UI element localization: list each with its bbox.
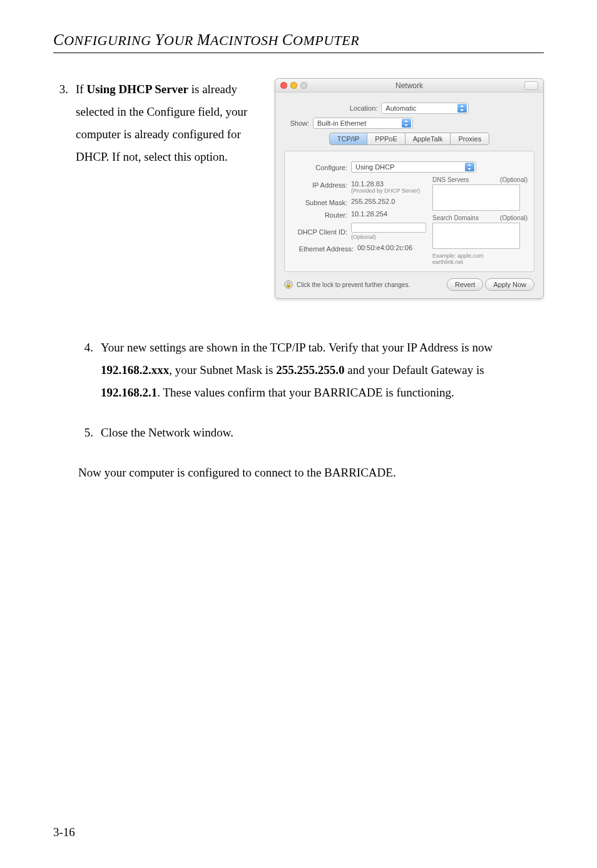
search-domains-label: Search Domains bbox=[432, 214, 479, 221]
show-select[interactable]: Built-in Ethernet bbox=[313, 118, 413, 129]
dns-label: DNS Servers bbox=[432, 176, 469, 183]
final-paragraph: Now your computer is configured to conne… bbox=[78, 462, 544, 484]
router-label: Router: bbox=[291, 210, 347, 219]
tab-proxies[interactable]: Proxies bbox=[450, 133, 489, 145]
tab-bar: TCP/IP PPPoE AppleTalk Proxies bbox=[284, 133, 534, 145]
lock-text: Click the lock to prevent further change… bbox=[297, 281, 410, 288]
show-label: Show: bbox=[284, 119, 309, 127]
lock-icon bbox=[284, 280, 293, 289]
dns-servers-input[interactable] bbox=[432, 184, 520, 211]
heading-text: ONFIGURING bbox=[64, 33, 151, 48]
ethernet-label: Ethernet Address: bbox=[291, 244, 354, 253]
tab-tcpip[interactable]: TCP/IP bbox=[329, 133, 367, 145]
subnet-label: Subnet Mask: bbox=[291, 198, 347, 206]
chevron-down-icon bbox=[402, 119, 411, 128]
dhcp-client-input[interactable] bbox=[351, 223, 426, 233]
network-window: Network Location: Automatic Show: Built-… bbox=[275, 78, 544, 299]
page-heading: CONFIGURING YOUR MACINTOSH COMPUTER bbox=[53, 31, 544, 53]
location-select[interactable]: Automatic bbox=[381, 103, 469, 114]
toolbar-button[interactable] bbox=[524, 81, 538, 90]
ip-value: 10.1.28.83 (Provided by DHCP Server) bbox=[351, 180, 420, 194]
dhcp-client-label: DHCP Client ID: bbox=[291, 227, 347, 236]
step-4-body: Your new settings are shown in the TCP/I… bbox=[101, 336, 544, 404]
lock-row[interactable]: Click the lock to prevent further change… bbox=[284, 280, 410, 289]
page-number: 3-16 bbox=[53, 825, 75, 839]
optional-label: (Optional) bbox=[500, 176, 528, 183]
router-value: 10.1.28.254 bbox=[351, 210, 387, 218]
location-label: Location: bbox=[350, 104, 378, 112]
zoom-icon[interactable] bbox=[300, 82, 307, 89]
configure-label: Configure: bbox=[291, 163, 347, 171]
window-title: Network bbox=[280, 81, 538, 90]
example-text: Example: apple.com earthlink.net bbox=[432, 253, 528, 265]
close-icon[interactable] bbox=[280, 82, 287, 89]
ethernet-value: 00:50:e4:00:2c:06 bbox=[357, 244, 412, 251]
minimize-icon[interactable] bbox=[290, 82, 297, 89]
step-3-number: 3. bbox=[53, 78, 68, 299]
step-5-number: 5. bbox=[78, 421, 93, 444]
tab-pppoe[interactable]: PPPoE bbox=[367, 133, 405, 145]
step-5-body: Close the Network window. bbox=[101, 421, 544, 444]
search-domains-input[interactable] bbox=[432, 223, 520, 249]
chevron-down-icon bbox=[465, 163, 474, 171]
tcpip-pane: Configure: Using DHCP IP Address: 10.1.2… bbox=[284, 151, 534, 272]
titlebar: Network bbox=[275, 79, 543, 93]
tab-appletalk[interactable]: AppleTalk bbox=[405, 133, 451, 145]
step-4-number: 4. bbox=[78, 336, 93, 404]
configure-select[interactable]: Using DHCP bbox=[351, 161, 476, 173]
apply-now-button[interactable]: Apply Now bbox=[485, 278, 534, 291]
optional-label: (Optional) bbox=[500, 214, 528, 221]
step-3-body: If Using DHCP Server is already selected… bbox=[76, 78, 262, 299]
ip-label: IP Address: bbox=[291, 180, 347, 189]
revert-button[interactable]: Revert bbox=[447, 278, 483, 291]
subnet-value: 255.255.252.0 bbox=[351, 198, 395, 205]
chevron-down-icon bbox=[457, 104, 467, 113]
